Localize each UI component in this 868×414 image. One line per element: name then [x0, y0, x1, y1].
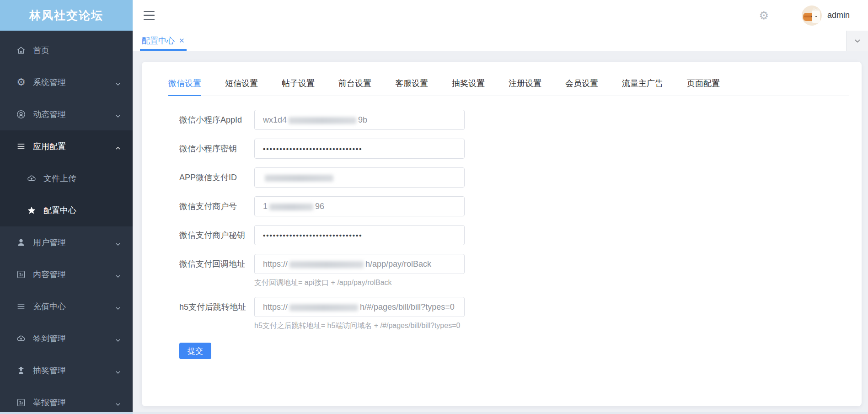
tab-register-settings[interactable]: 注册设置 [509, 78, 541, 96]
sidebar-item-dynamic[interactable]: 动态管理 [0, 98, 133, 130]
close-icon[interactable]: ✕ [179, 37, 185, 45]
tab-page-config[interactable]: 页面配置 [687, 78, 720, 96]
spy-icon [16, 365, 27, 376]
sidebar-menu: 首页 ⚙ 系统管理 动态管理 [0, 31, 133, 414]
sidebar-item-label: 动态管理 [33, 109, 66, 120]
sidebar-item-app-config[interactable]: 应用配置 [0, 130, 133, 162]
document-icon [16, 269, 27, 280]
value-visible-prefix: https:// [263, 302, 288, 312]
wechat-settings-form: 微信小程序AppId wx1d4 9b 微信小程序密钥 ••••••••••••… [179, 110, 849, 359]
settings-gear-icon[interactable]: ⚙ [759, 10, 769, 21]
active-tab-indicator [140, 49, 187, 51]
sidebar-item-system[interactable]: ⚙ 系统管理 [0, 66, 133, 98]
sidebar-item-content[interactable]: 内容管理 [0, 258, 133, 290]
value-visible-suffix: 96 [315, 202, 324, 211]
form-row-h5-redirect-url: h5支付后跳转地址 https:// h/#/pages/bill/bill?t… [179, 297, 849, 331]
tab-wechat-settings[interactable]: 微信设置 [168, 78, 201, 96]
merchant-secret-input[interactable]: •••••••••••••••••••••••••••••• [254, 225, 465, 245]
sidebar-item-reports[interactable]: 举报管理 [0, 387, 133, 414]
chevron-up-icon [115, 144, 121, 149]
app-logo: 林风社交论坛 [0, 0, 133, 31]
sidebar-item-label: 配置中心 [43, 205, 76, 216]
field-hint: 支付回调地址= api接口 + /app/pay/rolBack [254, 278, 465, 288]
sidebar-item-signin[interactable]: 签到管理 [0, 323, 133, 355]
field-label: 微信小程序AppId [179, 110, 254, 130]
tab-config-center[interactable]: 配置中心 ✕ [140, 31, 187, 51]
app-secret-input[interactable]: •••••••••••••••••••••••••••••• [254, 139, 465, 159]
tab-lottery-settings[interactable]: 抽奖设置 [452, 78, 485, 96]
merchant-id-input[interactable]: 1 96 [254, 196, 465, 216]
settings-card: 微信设置 短信设置 帖子设置 前台设置 客服设置 抽奖设置 注册设置 会员设置 … [142, 62, 862, 406]
field-label: 微信小程序密钥 [179, 139, 254, 159]
home-icon [16, 45, 27, 56]
sidebar-item-label: 举报管理 [33, 397, 66, 408]
tab-label: 配置中心 [142, 35, 175, 46]
field-label: APP微信支付ID [179, 167, 254, 188]
sidebar-item-recharge[interactable]: 充值中心 [0, 290, 133, 323]
form-row-merchant-secret: 微信支付商户秘钥 •••••••••••••••••••••••••••••• [179, 225, 849, 245]
value-visible-suffix: h/#/pages/bill/bill?types=0 [360, 302, 455, 312]
submit-button[interactable]: 提交 [179, 343, 211, 359]
sidebar-item-home[interactable]: 首页 [0, 34, 133, 66]
tab-member-settings[interactable]: 会员设置 [565, 78, 598, 96]
sidebar-item-label: 抽奖管理 [33, 365, 66, 376]
main-content: 微信设置 短信设置 帖子设置 前台设置 客服设置 抽奖设置 注册设置 会员设置 … [133, 51, 868, 414]
sidebar-item-label: 用户管理 [33, 237, 66, 248]
appid-input[interactable]: wx1d4 9b [254, 110, 465, 130]
open-tabs-bar: 配置中心 ✕ [133, 31, 868, 51]
sidebar-item-config-center[interactable]: 配置中心 [0, 194, 133, 226]
chevron-down-icon [115, 368, 121, 373]
redacted-value [289, 304, 358, 311]
app-pay-id-input[interactable] [254, 167, 465, 188]
redacted-value [265, 175, 333, 182]
tab-traffic-ads[interactable]: 流量主广告 [622, 78, 663, 96]
chevron-down-icon [115, 304, 121, 309]
sidebar-item-label: 首页 [33, 45, 49, 56]
tab-post-settings[interactable]: 帖子设置 [282, 78, 315, 96]
form-row-appid: 微信小程序AppId wx1d4 9b [179, 110, 849, 130]
topbar: ⚙ admin [133, 0, 868, 31]
chevron-down-icon [115, 272, 121, 277]
tab-frontend-settings[interactable]: 前台设置 [338, 78, 371, 96]
h5-redirect-url-input[interactable]: https:// h/#/pages/bill/bill?types=0 [254, 297, 465, 317]
chevron-down-icon [115, 400, 121, 405]
tab-customer-service[interactable]: 客服设置 [395, 78, 428, 96]
user-circle-icon [16, 109, 27, 120]
sidebar-item-file-upload[interactable]: 文件上传 [0, 162, 133, 194]
value-visible-prefix: 1 [263, 202, 268, 211]
chevron-down-icon [115, 80, 121, 85]
sidebar-item-label: 内容管理 [33, 269, 66, 280]
sidebar-item-lottery[interactable]: 抽奖管理 [0, 355, 133, 387]
field-hint: h5支付之后跳转地址= h5端访问域名 + /#/pages/bill/bill… [254, 321, 465, 331]
sidebar-toggle-icon[interactable] [144, 11, 155, 20]
sidebar-item-label: 文件上传 [43, 173, 76, 184]
menu-icon [16, 141, 27, 152]
chevron-down-icon [115, 336, 121, 341]
sidebar: 林风社交论坛 首页 ⚙ 系统管理 动态管理 [0, 0, 133, 414]
redacted-value [289, 117, 356, 124]
field-label: h5支付后跳转地址 [179, 297, 254, 331]
form-row-app-secret: 微信小程序密钥 •••••••••••••••••••••••••••••• [179, 139, 849, 159]
cloud-upload-icon [16, 333, 27, 344]
username-label: admin [827, 11, 850, 20]
sidebar-item-label: 签到管理 [33, 333, 66, 344]
list-icon [16, 301, 27, 312]
form-row-callback-url: 微信支付回调地址 https:// h/app/pay/rolBack 支付回调… [179, 254, 849, 288]
redacted-value [269, 204, 313, 210]
value-visible-suffix: 9b [358, 115, 367, 125]
tab-sms-settings[interactable]: 短信设置 [225, 78, 258, 96]
sidebar-item-users[interactable]: 用户管理 [0, 226, 133, 258]
sidebar-item-label: 应用配置 [33, 141, 66, 152]
value-visible-suffix: h/app/pay/rolBack [365, 259, 431, 269]
scrollbar-track-main[interactable] [133, 412, 868, 414]
callback-url-input[interactable]: https:// h/app/pay/rolBack [254, 254, 465, 274]
document-icon [16, 397, 27, 408]
value-visible-prefix: https:// [263, 259, 288, 269]
chevron-down-icon [115, 240, 121, 245]
value-visible-prefix: wx1d4 [263, 115, 287, 125]
avatar[interactable] [802, 5, 822, 26]
app-config-submenu: 应用配置 文件上传 配置中心 [0, 130, 133, 226]
tabs-dropdown-button[interactable] [846, 31, 868, 51]
redacted-value [289, 261, 364, 268]
avatar-image [812, 9, 820, 23]
